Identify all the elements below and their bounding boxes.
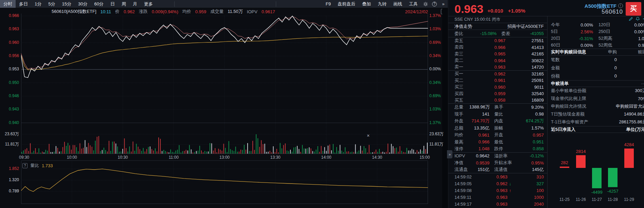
ask-row-5[interactable]: 卖五0.96727551 xyxy=(448,37,547,44)
price-change: +0.010 xyxy=(487,8,503,14)
svg-text:4284: 4284 xyxy=(624,142,634,147)
toolbar-action-3[interactable]: 九转 xyxy=(374,0,390,8)
tick-row-4: 14:59:170.9632040 xyxy=(448,201,547,207)
axis-label: 23.63万 xyxy=(0,132,19,137)
tick-list[interactable]: 14:59:020.96331014:59:050.962↓32714:59:0… xyxy=(448,173,547,207)
buy-button[interactable]: 买 xyxy=(626,2,641,16)
bid-row-5[interactable]: 买五0.95816809 xyxy=(448,97,547,104)
stat-row-6: 涨停1.048跌停0.858 xyxy=(448,145,547,153)
toolbar-action-1[interactable]: 盘前盘后 xyxy=(334,0,359,8)
gear-icon[interactable] xyxy=(421,0,430,8)
bid-row-4[interactable]: 买四0.95932540 xyxy=(448,90,547,97)
performance-grid: 今年0.00%120日0.00%5日2.56%250日0.00%20日-0.31… xyxy=(551,21,644,49)
nav-row[interactable]: 净值走势 招商中证A500ETF xyxy=(448,23,547,30)
axis-label: 0.950 xyxy=(0,80,19,85)
tab-period-5[interactable]: 30分 xyxy=(75,0,91,8)
ask-row-1[interactable]: 卖一0.96314720 xyxy=(448,64,547,71)
collapse-handle[interactable]: » xyxy=(447,150,452,158)
tick-row-2: 14:59:080.963↑100 xyxy=(448,187,547,194)
trade-down-arrow-icon: ↓ xyxy=(507,181,513,186)
tab-period-7[interactable]: 日 xyxy=(107,0,118,8)
tick-row-0: 14:59:020.963310 xyxy=(448,173,547,180)
tab-period-2[interactable]: 1分 xyxy=(31,0,45,8)
price-change-pct: +1.05% xyxy=(508,8,525,14)
redeem-col-label: 赎回 xyxy=(617,49,644,55)
net-inflow-chart[interactable]: 28211-25281411-26-449911-27-425711-28428… xyxy=(551,133,644,208)
toolbar-tabs: 分时多日1分5分15分30分60分日周月更多 xyxy=(0,0,156,8)
order-book: 卖五0.96727551卖四0.96641413卖三0.96542165卖二0.… xyxy=(448,37,547,104)
axis-label: 0.960 xyxy=(0,40,19,45)
toolbar-action-0[interactable]: F9 xyxy=(322,0,334,8)
market-status: SSE CNY 15:00:01 闭市 xyxy=(448,16,547,23)
weicha-label: 委差 xyxy=(501,31,510,37)
stat-row-4: 均价0.961开盘0.957 xyxy=(448,132,547,139)
bid-row-1[interactable]: 买一0.96232165 xyxy=(448,71,547,77)
flow-unit: 单位(万元) xyxy=(626,126,644,133)
tab-period-9[interactable]: 月 xyxy=(129,0,141,8)
subchart-value: 1.733 xyxy=(42,163,53,168)
list-row-3: T日预估现金差额14904.86元 xyxy=(551,110,644,118)
svg-text:11-27: 11-27 xyxy=(592,197,602,202)
axis-label: 1.320 xyxy=(0,177,19,183)
tick-row-1: 14:59:050.962↓327 xyxy=(448,180,547,187)
subchart-name: 量比 xyxy=(30,162,39,169)
axis-label: 0.963 xyxy=(0,27,19,32)
ask-row-2[interactable]: 卖二0.96430822 xyxy=(448,57,547,64)
alert-icon[interactable] xyxy=(636,17,640,21)
stat-row-0: 总量1388.96万换手9.20% xyxy=(448,104,547,111)
close-icon[interactable]: × xyxy=(365,133,371,138)
stats-grid: 总量1388.96万换手9.20%现手141量比0.98外盘714.70万内盘6… xyxy=(448,104,547,173)
tab-period-4[interactable]: 15分 xyxy=(58,0,74,8)
ask-row-3[interactable]: 卖三0.96542165 xyxy=(448,51,547,57)
perf-row-1: 5日2.56%250日0.00% xyxy=(551,28,644,35)
info-icon[interactable]: ! xyxy=(618,3,623,8)
etf-code: 560610 xyxy=(585,9,623,15)
list-row-1: 现金替代比例上限70% xyxy=(551,95,644,103)
svg-text:11-25: 11-25 xyxy=(559,197,570,202)
axis-label: 0.956 xyxy=(0,53,19,58)
tab-period-10[interactable]: 更多 xyxy=(141,0,156,8)
toolbar-action-4[interactable]: 画线 xyxy=(390,0,406,8)
symbol-block: A500指数ETF ! 560610 xyxy=(585,3,623,15)
tab-period-0[interactable]: 分时 xyxy=(0,0,16,8)
help-icon[interactable]: ? xyxy=(22,163,28,168)
edit-icon[interactable] xyxy=(629,17,633,21)
tab-period-1[interactable]: 多日 xyxy=(16,0,31,8)
axis-label: 0.940 xyxy=(0,120,19,125)
chevron-double-icon[interactable]: » xyxy=(439,0,448,8)
trade-up-arrow-icon: ↑ xyxy=(507,188,513,193)
last-price: 0.963 xyxy=(454,2,483,16)
bid-row-2[interactable]: 买二0.96125091 xyxy=(448,77,547,84)
toolbar-action-5[interactable]: 工具 xyxy=(406,0,421,8)
stat-row-7: IOPV0.9642溢折率-0.12% xyxy=(448,153,547,160)
more-icon[interactable]: ··· xyxy=(641,81,644,86)
add-icon[interactable] xyxy=(642,17,644,21)
help-circle-icon[interactable]: ? xyxy=(430,0,439,8)
tick-row-3: 14:59:110.9631000 xyxy=(448,194,547,201)
subscribe-col-label: 申购 xyxy=(586,49,617,55)
weicha-value: -41055 xyxy=(510,31,544,36)
toolbar-actions: F9盘前盘后叠加九转画线工具?» xyxy=(322,0,448,8)
svg-text:11-26: 11-26 xyxy=(576,197,586,202)
list-row-0: 最小申赎单位份额300万 xyxy=(551,87,644,95)
etf-name: A500指数ETF xyxy=(585,3,616,9)
ask-row-4[interactable]: 卖四0.96641413 xyxy=(448,44,547,51)
axis-label: 0.953 xyxy=(0,67,19,72)
bid-row-3[interactable]: 买三0.9609011 xyxy=(448,84,547,91)
subscription-row-0: 笔数00 xyxy=(551,56,644,64)
subscription-row-1: 金额00 xyxy=(551,64,644,72)
tab-period-8[interactable]: 周 xyxy=(118,0,129,8)
list-row-4: T-1日单位申赎资产2861755.86元 xyxy=(551,118,644,126)
svg-text:-4257: -4257 xyxy=(607,189,618,194)
axis-label: 0.943 xyxy=(0,107,19,112)
price-change-group: +0.010 +1.05% xyxy=(487,8,525,14)
time-tick: 13:30 xyxy=(270,155,281,160)
tab-period-3[interactable]: 5分 xyxy=(45,0,58,8)
weibi-row: 委比 -15.08% 委差 -41055 xyxy=(448,30,547,37)
panel-icons xyxy=(551,16,644,21)
nav-label: 净值走势 xyxy=(454,23,472,30)
toolbar-action-2[interactable]: 叠加 xyxy=(359,0,374,8)
volume-ratio-chart[interactable] xyxy=(21,161,428,204)
subscription-row-2: 份额00 xyxy=(551,72,644,80)
tab-period-6[interactable]: 60分 xyxy=(91,0,107,8)
